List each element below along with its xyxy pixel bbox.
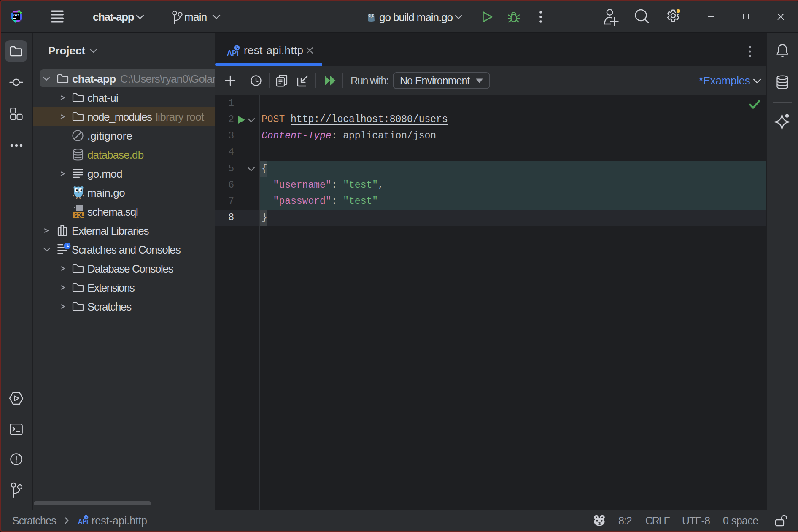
svg-text:SQL: SQL: [74, 213, 84, 218]
svg-text:GO: GO: [13, 13, 19, 17]
